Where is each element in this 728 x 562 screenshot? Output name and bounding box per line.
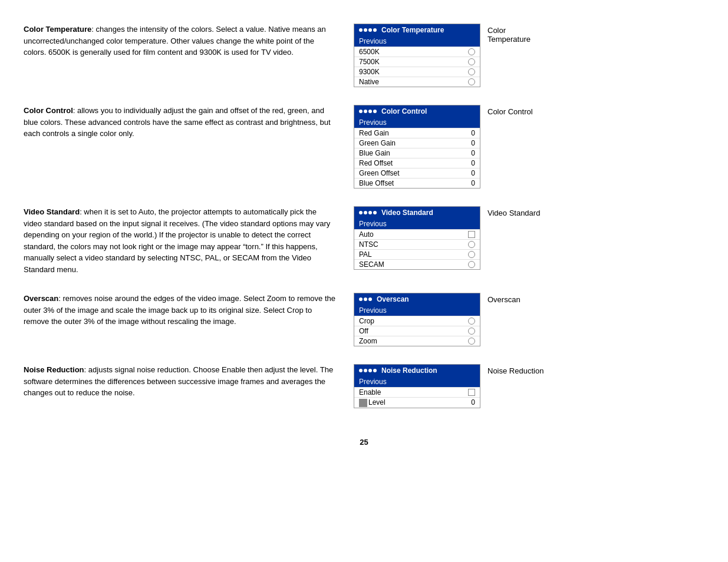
- menu-row-color-temperature-2[interactable]: 9300K: [354, 67, 480, 77]
- menu-row-label-color-temperature-2: 9300K: [359, 68, 463, 76]
- radio-video-standard-1[interactable]: [468, 241, 475, 248]
- section-visual-color-control: Color ControlPreviousRed Gain0Green Gain…: [354, 105, 533, 189]
- menu-row-label-noise-reduction-1: Level: [359, 398, 463, 407]
- menu-box-overscan: OverscanPreviousCropOffZoom: [354, 293, 480, 346]
- menu-row-noise-reduction-0[interactable]: Enable: [354, 387, 480, 397]
- page-content: Color Temperature: changes the intensity…: [24, 24, 704, 426]
- menu-previous-video-standard[interactable]: Previous: [354, 219, 480, 229]
- menu-row-video-standard-1[interactable]: NTSC: [354, 239, 480, 249]
- radio-color-temperature-2[interactable]: [468, 68, 475, 75]
- menu-row-label-overscan-1: Off: [359, 327, 463, 335]
- menu-previous-noise-reduction[interactable]: Previous: [354, 376, 480, 387]
- section-video-standard: Video Standard: when it is set to Auto, …: [24, 206, 704, 275]
- section-color-temperature: Color Temperature: changes the intensity…: [24, 24, 704, 87]
- menu-box-color-temperature: Color TemperaturePrevious6500K7500K9300K…: [354, 24, 480, 87]
- menu-row-label-color-control-2: Blue Gain: [359, 149, 463, 157]
- section-desc-overscan: : removes noise around the edges of the …: [24, 294, 335, 326]
- menu-row-label-color-control-3: Red Offset: [359, 159, 463, 167]
- radio-video-standard-3[interactable]: [468, 261, 475, 268]
- section-text-video-standard: Video Standard: when it is set to Auto, …: [24, 206, 354, 275]
- radio-overscan-2[interactable]: [468, 338, 475, 345]
- side-label-overscan: Overscan: [487, 293, 521, 304]
- menu-row-label-color-control-5: Blue Offset: [359, 179, 463, 187]
- section-title-noise-reduction: Noise Reduction: [24, 365, 84, 374]
- menu-dots-noise-reduction: [359, 369, 377, 372]
- side-label-noise-reduction: Noise Reduction: [487, 364, 543, 375]
- row-value-color-control-0: 0: [463, 129, 475, 137]
- menu-row-label-color-temperature-0: 6500K: [359, 48, 463, 56]
- radio-color-temperature-1[interactable]: [468, 58, 475, 65]
- section-visual-color-temperature: Color TemperaturePrevious6500K7500K9300K…: [354, 24, 531, 87]
- side-label-color-temperature: Color Temperature: [487, 24, 531, 44]
- menu-row-label-overscan-2: Zoom: [359, 337, 463, 345]
- row-value-color-control-1: 0: [463, 139, 475, 147]
- menu-dots-overscan: [359, 297, 372, 301]
- menu-row-color-temperature-1[interactable]: 7500K: [354, 57, 480, 67]
- menu-title-text-overscan: Overscan: [377, 295, 409, 303]
- radio-overscan-1[interactable]: [468, 328, 475, 335]
- menu-previous-color-temperature[interactable]: Previous: [354, 36, 480, 47]
- menu-row-video-standard-3[interactable]: SECAM: [354, 259, 480, 269]
- row-value-color-control-2: 0: [463, 149, 475, 157]
- menu-row-color-control-5[interactable]: Blue Offset0: [354, 178, 480, 188]
- menu-row-label-overscan-0: Crop: [359, 317, 463, 325]
- menu-row-label-video-standard-0: Auto: [359, 230, 463, 239]
- section-title-color-temperature: Color Temperature: [24, 25, 91, 34]
- menu-row-color-control-3[interactable]: Red Offset0: [354, 158, 480, 168]
- menu-box-noise-reduction: Noise ReductionPreviousEnableLevel0: [354, 364, 480, 408]
- section-text-color-control: Color Control: allows you to individuall…: [24, 105, 354, 140]
- checkbox-noise-reduction-0[interactable]: [468, 389, 475, 396]
- menu-row-label-noise-reduction-0: Enable: [359, 388, 463, 396]
- menu-row-label-color-temperature-3: Native: [359, 78, 463, 86]
- menu-row-video-standard-0[interactable]: Auto: [354, 229, 480, 239]
- menu-row-label-color-control-4: Green Offset: [359, 169, 463, 177]
- menu-row-overscan-0[interactable]: Crop: [354, 316, 480, 326]
- checkbox-video-standard-0[interactable]: [468, 231, 475, 238]
- section-title-color-control: Color Control: [24, 106, 73, 115]
- section-text-noise-reduction: Noise Reduction: adjusts signal noise re…: [24, 364, 354, 399]
- radio-color-temperature-3[interactable]: [468, 78, 475, 85]
- menu-row-color-temperature-0[interactable]: 6500K: [354, 47, 480, 57]
- section-title-video-standard: Video Standard: [24, 207, 80, 216]
- menu-row-overscan-1[interactable]: Off: [354, 326, 480, 336]
- row-value-color-control-5: 0: [463, 179, 475, 187]
- menu-title-color-control: Color Control: [354, 105, 480, 117]
- menu-row-video-standard-2[interactable]: PAL: [354, 249, 480, 259]
- radio-video-standard-2[interactable]: [468, 251, 475, 258]
- menu-row-label-video-standard-3: SECAM: [359, 260, 463, 269]
- menu-previous-overscan[interactable]: Previous: [354, 305, 480, 316]
- menu-row-label-color-temperature-1: 7500K: [359, 58, 463, 66]
- side-label-color-control: Color Control: [487, 105, 533, 116]
- row-value-noise-reduction-1: 0: [463, 398, 475, 406]
- menu-row-overscan-2[interactable]: Zoom: [354, 336, 480, 346]
- menu-previous-color-control[interactable]: Previous: [354, 117, 480, 128]
- section-title-overscan: Overscan: [24, 294, 58, 303]
- menu-dots-video-standard: [359, 211, 377, 214]
- section-text-color-temperature: Color Temperature: changes the intensity…: [24, 24, 354, 58]
- row-value-color-control-3: 0: [463, 159, 475, 167]
- menu-title-text-video-standard: Video Standard: [381, 209, 433, 217]
- menu-row-noise-reduction-1[interactable]: Level0: [354, 397, 480, 408]
- menu-title-overscan: Overscan: [354, 293, 480, 305]
- menu-row-color-control-2[interactable]: Blue Gain0: [354, 148, 480, 158]
- section-color-control: Color Control: allows you to individuall…: [24, 105, 704, 189]
- menu-row-color-control-1[interactable]: Green Gain0: [354, 138, 480, 148]
- radio-color-temperature-0[interactable]: [468, 48, 475, 55]
- row-value-color-control-4: 0: [463, 169, 475, 177]
- row-icon-noise-reduction-1: [359, 399, 367, 407]
- section-overscan: Overscan: removes noise around the edges…: [24, 293, 704, 346]
- page-number: 25: [24, 438, 704, 447]
- menu-row-color-temperature-3[interactable]: Native: [354, 77, 480, 87]
- menu-dots-color-control: [359, 110, 377, 113]
- section-visual-overscan: OverscanPreviousCropOffZoomOverscan: [354, 293, 521, 346]
- menu-title-video-standard: Video Standard: [354, 207, 480, 219]
- section-text-overscan: Overscan: removes noise around the edges…: [24, 293, 354, 328]
- menu-title-text-noise-reduction: Noise Reduction: [381, 366, 437, 375]
- menu-box-video-standard: Video StandardPreviousAutoNTSCPALSECAM: [354, 206, 480, 270]
- menu-dots-color-temperature: [359, 28, 377, 32]
- menu-title-noise-reduction: Noise Reduction: [354, 365, 480, 376]
- radio-overscan-0[interactable]: [468, 318, 475, 325]
- section-desc-video-standard: : when it is set to Auto, the projector …: [24, 207, 330, 274]
- menu-row-color-control-4[interactable]: Green Offset0: [354, 168, 480, 178]
- menu-row-color-control-0[interactable]: Red Gain0: [354, 128, 480, 138]
